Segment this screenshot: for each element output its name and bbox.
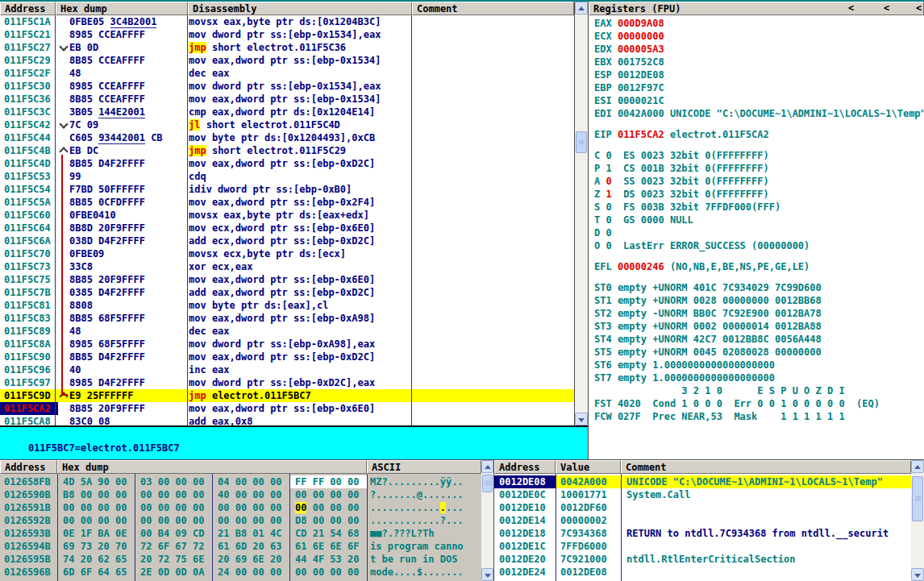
register-line[interactable]: 3 2 1 0 E S P U O Z D I [589,384,924,397]
register-line[interactable]: ESI 0000021C [589,94,924,107]
disasm-row[interactable]: 011F5C218985 CCEAFFFFmov dword ptr ss:[e… [0,28,574,41]
register-line[interactable]: EBX 001752C8 [589,56,924,68]
disasm-row[interactable]: 011F5C9DE9 25FFFFFFjmp electrot.011F5BC7 [0,389,574,402]
disasm-row[interactable]: 011F5C1A0FBE05 3C4B2001movsx eax,byte pt… [0,15,574,28]
disasm-row[interactable]: 011F5C700FBE09movsx ecx,byte ptr ds:[ecx… [0,247,574,260]
stack-row[interactable]: 0012DE207C921000ntdll.RtlEnterCriticalSe… [494,553,911,566]
disasm-row[interactable]: 011F5C5A8B85 0CFDFFFFmov eax,dword ptr s… [0,196,574,209]
register-line[interactable]: FCW 027F Prec NEAR,53 Mask 1 1 1 1 1 1 [589,410,924,423]
disasm-row[interactable]: 011F5C908B85 D4F2FFFFmov eax,dword ptr s… [0,351,574,363]
register-line[interactable]: EDI 0042A000 UNICODE "C:\DOCUME~1\ADMINI… [589,107,924,120]
disasm-row[interactable]: 011F5C54F7BD 50FFFFFFidiv dword ptr ss:[… [0,183,574,196]
disasm-row[interactable]: 011F5C3C3B05 144E2001cmp eax,dword ptr d… [0,106,574,118]
disasm-row[interactable]: 011F5C27EB 0Djmp short electrot.011F5C36 [0,41,574,54]
disasm-row[interactable]: 011F5C648B8D 20F9FFFFmov ecx,dword ptr s… [0,222,574,234]
disasm-row[interactable]: 011F5C600FBE0410movsx eax,byte ptr ds:[e… [0,209,574,222]
stack-row[interactable]: 0012DE100012DF60 [494,501,911,514]
stack-row[interactable]: 0012DE1400000002 [494,514,911,527]
register-line[interactable]: EIP 011F5CA2 electrot.011F5CA2 [589,128,924,141]
dump-scrollbar[interactable] [481,460,493,581]
register-line[interactable]: P 1 CS 001B 32bit 0(FFFFFFFF) [589,162,924,175]
register-line[interactable]: Z 1 DS 0023 32bit 0(FFFFFFFF) [589,188,924,201]
register-line[interactable]: EDX 000005A3 [589,43,924,56]
stack-row[interactable]: 0012DE080042A000UNICODE "C:\DOCUME~1\ADM… [494,475,911,488]
scrollbar-thumb[interactable] [576,131,587,153]
disasm-row[interactable]: 011F5C308985 CCEAFFFFmov dword ptr ss:[e… [0,80,574,93]
register-line[interactable]: S 0 FS 003B 32bit 7FFDF000(FFF) [589,201,924,214]
register-line[interactable]: T 0 GS 0000 NULL [589,214,924,226]
register-line[interactable]: D 0 [589,226,924,239]
disasm-row[interactable]: 011F5C4BEB DCjmp short electrot.011F5C29 [0,144,574,157]
disasm-row[interactable]: 011F5C427C 09jl short electrot.011F5C4D [0,118,574,131]
register-line[interactable]: ESP 0012DE08 [589,68,924,81]
register-lines: EAX 000D9A08ECX 00000000EDX 000005A3EBX … [589,17,924,423]
disasm-row[interactable]: 011F5CA883C0 08add eax,0x8 [0,415,574,425]
scrollbar-thumb[interactable] [912,476,923,521]
scroll-up-icon[interactable] [481,460,493,473]
disasm-row[interactable]: 011F5C818808mov byte ptr ds:[eax],cl [0,299,574,312]
collapse-section-icon[interactable]: < [848,2,854,15]
disasm-row[interactable]: 011F5C758B85 20F9FFFFmov eax,dword ptr s… [0,273,574,286]
disassembly-scrollbar[interactable] [575,2,588,425]
disasm-row[interactable]: 011F5C4D8B85 D4F2FFFFmov eax,dword ptr s… [0,157,574,170]
disasm-row[interactable]: 011F5C978985 D4F2FFFFmov dword ptr ss:[e… [0,376,574,389]
scrollbar-thumb[interactable] [482,475,493,492]
disasm-row[interactable]: 011F5C8A8985 68F5FFFFmov dword ptr ss:[e… [0,338,574,351]
dump-row[interactable]: 012658FB4D 5A 90 0003 00 00 0004 00 00 0… [0,475,481,488]
register-line[interactable]: ST5 empty +UNORM 0045 02080028 00000000 [589,346,924,359]
register-line[interactable]: ST3 empty +UNORM 0002 00000014 0012BA88 [589,320,924,333]
register-line[interactable]: EFL 00000246 (NO,NB,E,BE,NS,PE,GE,LE) [589,260,924,273]
disasm-row[interactable]: 011F5C9640inc eax [0,363,574,376]
register-line[interactable]: FST 4020 Cond 1 0 0 0 Err 0 0 1 0 0 0 0 … [589,397,924,410]
register-line[interactable]: ST2 empty -UNORM BB0C 7C92E900 0012BA78 [589,307,924,320]
register-line[interactable]: ECX 00000000 [589,30,924,43]
scroll-up-icon[interactable] [575,2,588,15]
scroll-down-icon[interactable] [481,568,493,581]
disasm-row[interactable]: 011F5C44C605 93442001 CBmov byte ptr ds:… [0,131,574,144]
instruction-bytes: EB DC [69,144,189,157]
register-line[interactable]: C 0 ES 0023 32bit 0(FFFFFFFF) [589,149,924,162]
disasm-row[interactable]: 011F5C298B85 CCEAFFFFmov eax,dword ptr s… [0,54,574,67]
dump-row[interactable]: 0126591B00 00 00 0000 00 00 0000 00 00 0… [0,501,481,514]
disasm-row[interactable]: 011F5C8948dec eax [0,325,574,338]
disasm-row[interactable]: 011F5C2F48dec eax [0,67,574,80]
register-line[interactable]: ST7 empty 1.0000000000000000000 [589,371,924,384]
dump-row[interactable]: 0126590BB8 00 00 0000 00 00 0040 00 00 0… [0,488,481,501]
stack-row[interactable]: 0012DE1C7FFD6000 [494,540,911,553]
stack-row[interactable]: 0012DE240012DE08 [494,566,911,579]
collapse-section-icon[interactable]: < [884,2,889,15]
register-line[interactable]: O 0 LastErr ERROR_SUCCESS (00000000) [589,239,924,252]
dump-row[interactable]: 0126592B00 00 00 0000 00 00 0000 00 00 0… [0,514,481,527]
dump-row[interactable]: 0126594B69 73 20 7072 6F 67 7261 6D 20 6… [0,540,481,553]
register-line[interactable]: EAX 000D9A08 [589,17,924,30]
register-line[interactable]: ST0 empty +UNORM 401C 7C934029 7C99D600 [589,281,924,294]
info-pane[interactable]: 011F5BC7=electrot.011F5BC7 [0,425,588,459]
stack-row[interactable]: 0012DE0C10001771System.Call [494,488,911,501]
disasm-row[interactable]: 011F5C7B0385 D4F2FFFFadd eax,dword ptr s… [0,286,574,299]
stack-row[interactable]: 0012DE187C934368RETURN to ntdll.7C934368… [494,527,911,540]
disasm-row[interactable]: 011F5CA28B85 20F9FFFFmov eax,dword ptr s… [0,402,574,415]
dump-row[interactable]: 0126596B6D 6F 64 652E 0D 0D 0A24 00 00 0… [0,566,481,579]
dump-row[interactable]: 0126593B0E 1F BA 0E00 B4 09 CD21 B8 01 4… [0,527,481,540]
collapse-section-icon[interactable]: < [916,2,922,15]
disasm-row[interactable]: 011F5C7333C8xor ecx,eax [0,260,574,273]
highlighted-byte: 00 [295,502,306,513]
scroll-up-icon[interactable] [911,460,924,473]
disasm-row[interactable]: 011F5C368B85 CCEAFFFFmov eax,dword ptr s… [0,93,574,106]
register-line[interactable]: ST4 empty +UNORM 42C7 0012BB8C 0056A448 [589,333,924,346]
ollydbg-cpu-window: Address Hex dump Disassembly Comment 011… [0,0,924,581]
register-line[interactable]: A 0 SS 0023 32bit 0(FFFFFFFF) [589,175,924,188]
stack-scrollbar[interactable] [911,460,924,581]
register-line[interactable]: ST1 empty +UNORM 0028 00000000 0012BB68 [589,294,924,307]
info-pane-text: 011F5BC7=electrot.011F5BC7 [28,442,180,454]
register-line[interactable]: ST6 empty 1.0000000000000000000 [589,359,924,371]
dump-row[interactable]: 0126595B74 20 62 6520 72 75 6E20 69 6E 2… [0,553,481,566]
disasm-row[interactable]: 011F5C6A038D D4F2FFFFadd ecx,dword ptr s… [0,234,574,247]
comment-cell [413,106,574,118]
instruction-bytes: 99 [69,170,189,183]
disasm-row[interactable]: 011F5C838B85 68F5FFFFmov eax,dword ptr s… [0,312,574,325]
scroll-down-icon[interactable] [911,568,924,581]
register-line[interactable]: EBP 0012F97C [589,81,924,94]
scroll-down-icon[interactable] [575,413,588,425]
disasm-row[interactable]: 011F5C5399cdq [0,170,574,183]
